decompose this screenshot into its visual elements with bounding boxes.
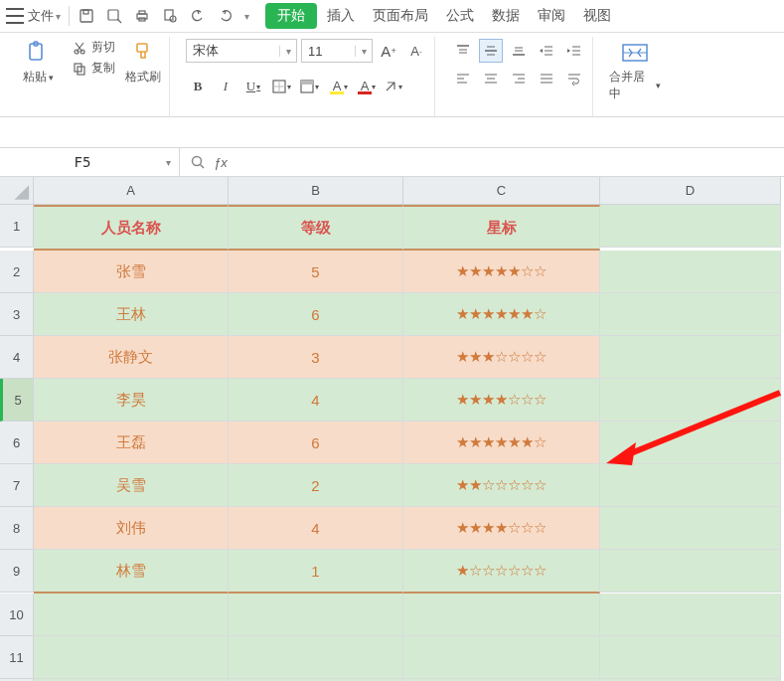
justify-button[interactable] (535, 67, 558, 90)
cell-level[interactable]: 6 (229, 422, 403, 464)
row-header[interactable]: 9 (0, 550, 34, 593)
increase-indent-button[interactable] (562, 39, 586, 63)
row-header[interactable]: 3 (0, 293, 34, 336)
merge-center-button[interactable]: 合并居中▾ (609, 39, 661, 102)
print-preview-icon[interactable] (161, 7, 179, 25)
header-name[interactable]: 人员名称 (34, 205, 229, 251)
search-icon[interactable] (190, 154, 206, 170)
copy-button[interactable]: 复制 (72, 60, 115, 77)
font-size-combo[interactable]: 11 ▾ (301, 39, 373, 63)
cell[interactable] (600, 550, 781, 593)
save-as-icon[interactable] (105, 7, 123, 25)
align-center-button[interactable] (479, 67, 503, 90)
tab-review[interactable]: 审阅 (530, 3, 573, 29)
tab-view[interactable]: 视图 (575, 3, 619, 29)
grow-font-button[interactable]: A+ (377, 39, 400, 63)
cell-name[interactable]: 吴雪 (34, 464, 229, 507)
bold-button[interactable]: B (186, 75, 210, 98)
cell[interactable] (34, 636, 229, 679)
undo-icon[interactable] (189, 7, 207, 25)
font-name-combo[interactable]: 宋体 ▾ (186, 39, 297, 63)
cell[interactable] (600, 251, 781, 293)
decrease-indent-button[interactable] (535, 39, 558, 63)
cell[interactable] (600, 636, 781, 679)
tab-insert[interactable]: 插入 (319, 3, 363, 29)
cell[interactable] (403, 636, 600, 679)
align-top-button[interactable] (451, 39, 475, 63)
cell-name[interactable]: 李昊 (34, 379, 229, 422)
row-header[interactable]: 5 (0, 379, 34, 422)
cell[interactable] (600, 205, 781, 248)
header-level[interactable]: 等级 (229, 205, 403, 251)
align-bottom-button[interactable] (507, 39, 531, 63)
cell-name[interactable]: 张雪 (34, 251, 229, 293)
align-middle-button[interactable] (479, 39, 503, 63)
print-icon[interactable] (133, 7, 151, 25)
row-header[interactable]: 8 (0, 507, 34, 550)
paste-button[interactable]: 粘贴▾ (12, 39, 64, 85)
tab-formula[interactable]: 公式 (438, 3, 482, 29)
underline-button[interactable]: U▾ (241, 75, 265, 98)
cell[interactable] (600, 507, 781, 550)
cell[interactable] (229, 594, 403, 636)
menu-icon[interactable] (6, 8, 24, 24)
save-icon[interactable] (78, 7, 95, 25)
italic-button[interactable]: I (214, 75, 237, 98)
file-menu[interactable]: 文件 ▾ (28, 7, 61, 25)
cut-button[interactable]: 剪切 (72, 39, 115, 56)
row-header[interactable]: 1 (0, 205, 34, 248)
align-right-button[interactable] (507, 67, 531, 90)
cell-level[interactable]: 4 (229, 507, 403, 550)
cell-level[interactable]: 6 (229, 293, 403, 336)
fill-color-button[interactable]: A▾ (325, 75, 349, 98)
cell-level[interactable]: 2 (229, 464, 403, 507)
tab-page-layout[interactable]: 页面布局 (365, 3, 436, 29)
cell[interactable] (600, 594, 781, 636)
row-header[interactable]: 2 (0, 251, 34, 293)
row-header[interactable]: 11 (0, 636, 34, 679)
cell-level[interactable]: 4 (229, 379, 403, 422)
cell-stars[interactable]: ★★★★☆☆☆ (403, 507, 600, 550)
row-header[interactable]: 4 (0, 336, 34, 379)
cell-name[interactable]: 张静文 (34, 336, 229, 379)
redo-icon[interactable] (217, 7, 235, 25)
cell-stars[interactable]: ★★☆☆☆☆☆ (403, 464, 600, 507)
column-header-D[interactable]: D (600, 177, 781, 205)
shrink-font-button[interactable]: A- (404, 39, 428, 63)
font-color-button[interactable]: A▾ (353, 75, 377, 98)
column-header-C[interactable]: C (403, 177, 600, 205)
header-star[interactable]: 星标 (403, 205, 600, 251)
cell-name[interactable]: 王林 (34, 293, 229, 336)
name-box[interactable]: F5 ▾ (0, 148, 180, 176)
select-all-corner[interactable] (0, 177, 34, 205)
cell-stars[interactable]: ★★★★★☆☆ (403, 251, 600, 293)
cell-stars[interactable]: ★★★★☆☆☆ (403, 379, 600, 422)
cell-stars[interactable]: ★★★☆☆☆☆ (403, 336, 600, 379)
row-header[interactable]: 7 (0, 464, 34, 507)
align-left-button[interactable] (451, 67, 475, 90)
cell-name[interactable]: 刘伟 (34, 507, 229, 550)
format-painter-button[interactable]: 格式刷 (123, 39, 163, 85)
cell-name[interactable]: 林雪 (34, 550, 229, 594)
cell[interactable] (600, 336, 781, 379)
row-header[interactable]: 10 (0, 594, 34, 636)
clear-format-button[interactable]: ▾ (381, 75, 404, 98)
column-header-B[interactable]: B (229, 177, 403, 205)
cell-level[interactable]: 5 (229, 251, 403, 293)
cell-level[interactable]: 1 (229, 550, 403, 594)
cell-stars[interactable]: ★★★★★★☆ (403, 293, 600, 336)
cell[interactable] (34, 594, 229, 636)
cell-stars[interactable]: ★☆☆☆☆☆☆ (403, 550, 600, 594)
cell[interactable] (229, 636, 403, 679)
cell[interactable] (600, 293, 781, 336)
cell-stars[interactable]: ★★★★★★☆ (403, 422, 600, 464)
cell[interactable] (403, 594, 600, 636)
tab-data[interactable]: 数据 (484, 3, 528, 29)
row-header[interactable]: 6 (0, 422, 34, 464)
qat-more-icon[interactable]: ▾ (244, 11, 249, 22)
formula-input[interactable] (235, 150, 774, 174)
wrap-text-button[interactable] (562, 67, 586, 90)
cell-level[interactable]: 3 (229, 336, 403, 379)
tab-start[interactable]: 开始 (265, 3, 317, 29)
cell-name[interactable]: 王磊 (34, 422, 229, 464)
